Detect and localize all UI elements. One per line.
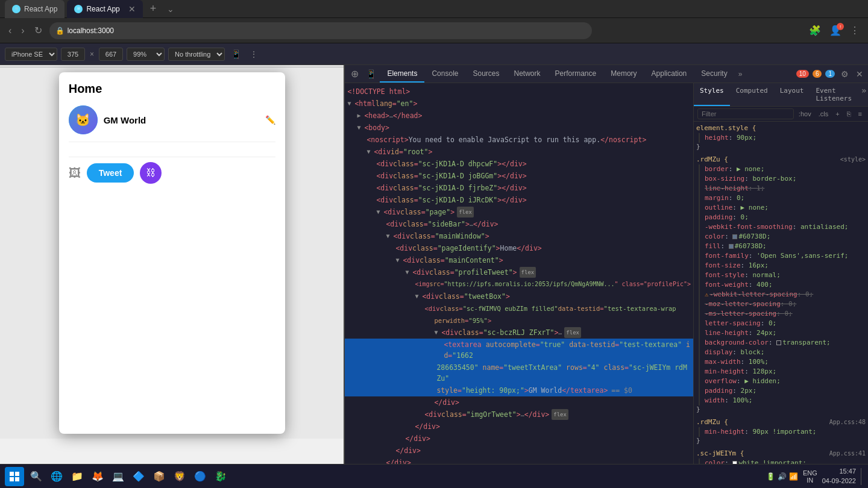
tab-application[interactable]: Application	[644, 66, 694, 83]
devtools-close-btn[interactable]: ✕	[854, 67, 866, 81]
tab-inactive[interactable]: ⚛ React App	[5, 0, 64, 18]
tree-line[interactable]: <noscript>You need to enable JavaScript …	[345, 134, 693, 146]
html-tree[interactable]: <!DOCTYPE html> ▼<html lang="en"> ▶<head…	[345, 83, 693, 475]
browser-toolbar: ‹ › ↻ 🔒 🧩 👤! ⋮	[0, 18, 868, 43]
tree-line[interactable]: <div class="sc-fWIMVQ eubZIm filled" dat…	[345, 302, 693, 314]
tab-close-btn[interactable]: ✕	[128, 4, 136, 14]
add-style-btn[interactable]: +	[833, 109, 841, 119]
style-tab-layout[interactable]: Layout	[774, 83, 810, 106]
devtools-settings-btn[interactable]: ⚙	[838, 67, 851, 81]
edit-icon[interactable]: ✏️	[265, 115, 275, 125]
tree-line[interactable]: ▼<div id="root">	[345, 146, 693, 158]
tree-line-selected[interactable]: <textarea autocomplete="true" data-testi…	[345, 339, 693, 361]
tree-line[interactable]: ▼<html lang="en">	[345, 98, 693, 110]
tab-memory[interactable]: Memory	[603, 66, 644, 83]
responsive-presets-btn[interactable]: 📱	[228, 48, 244, 60]
tree-line[interactable]: <!DOCTYPE html>	[345, 86, 693, 98]
taskbar-app4[interactable]: 🔵	[192, 468, 209, 485]
start-button[interactable]	[5, 467, 24, 486]
tab-console[interactable]: Console	[424, 66, 465, 83]
device-selector[interactable]: iPhone SE iPhone XR Pixel 5	[5, 48, 57, 61]
tree-line[interactable]: ▶<head>…</head>	[345, 110, 693, 122]
taskbar-app5[interactable]: 🐉	[212, 468, 229, 485]
reload-button[interactable]: ↻	[32, 22, 45, 39]
avatar-img: 🐱	[69, 105, 98, 134]
tab-sources[interactable]: Sources	[465, 66, 506, 83]
tab-network[interactable]: Network	[507, 66, 548, 83]
toggle-style-btn[interactable]: ≡	[856, 109, 864, 119]
taskbar-search[interactable]: 🔍	[28, 468, 45, 485]
style-tab-computed[interactable]: Computed	[730, 83, 774, 106]
tray-icon-1[interactable]: 🔋	[766, 472, 775, 481]
menu-btn[interactable]: ⋮	[848, 22, 862, 39]
styles-tabs-bar: Styles Computed Layout Event Listeners »	[694, 83, 868, 107]
show-desktop-btn[interactable]	[861, 468, 863, 485]
styles-tabs-more[interactable]: »	[858, 83, 868, 106]
hov-filter-btn[interactable]: :hov	[796, 109, 814, 119]
style-rule-rdmzu-app: .rdMZu { App.css:48 min-height: 90px !im…	[696, 418, 866, 445]
throttle-selector[interactable]: No throttling Fast 3G Slow 3G	[168, 48, 225, 61]
style-prop[interactable]: height: 90px;	[705, 133, 866, 143]
taskbar-app2[interactable]: 📦	[151, 468, 168, 485]
taskbar-app1[interactable]: 🔷	[130, 468, 147, 485]
tree-line-selected-2[interactable]: 286635450" name="tweetTxtArea" rows="4" …	[345, 361, 693, 384]
taskbar-chrome[interactable]: 🌐	[48, 468, 65, 485]
address-input[interactable]	[49, 22, 592, 39]
zoom-selector[interactable]: 99% 100% 75%	[127, 48, 165, 61]
tray-icon-2[interactable]: 🔊	[778, 472, 787, 481]
tree-line-selected-3[interactable]: style="height: 90px;">GM World</textarea…	[345, 384, 693, 396]
cls-filter-btn[interactable]: .cls	[816, 109, 831, 119]
style-tab-styles[interactable]: Styles	[694, 83, 730, 106]
taskbar-right: 🔋 🔊 📶 ENG IN 15:47 04-09-2022	[766, 467, 863, 486]
tree-line[interactable]: ▼<div class="mainContent">	[345, 254, 693, 266]
inspect-icon-btn[interactable]: ⊕	[347, 66, 362, 82]
taskbar-app3[interactable]: 🦁	[171, 468, 188, 485]
tree-line[interactable]: ▼<div class="tweetBox">	[345, 290, 693, 302]
style-tab-event-listeners[interactable]: Event Listeners	[810, 83, 858, 106]
tree-line[interactable]: ▼<div class="page">flex	[345, 206, 693, 218]
tab-elements[interactable]: Elements	[380, 66, 424, 83]
copy-style-btn[interactable]: ⎘	[844, 109, 854, 119]
tab-overflow-btn[interactable]: ⌄	[163, 3, 178, 15]
tree-line[interactable]: ▼<div class="profileTweet">flex	[345, 266, 693, 278]
back-button[interactable]: ‹	[6, 23, 14, 39]
tree-line[interactable]: </div>	[345, 396, 693, 408]
forward-button[interactable]: ›	[19, 23, 27, 39]
tree-line[interactable]: <div class="sc-jKD1A-D fjrbeZ"></div>	[345, 182, 693, 194]
tab-performance[interactable]: Performance	[548, 66, 604, 83]
tweet-button[interactable]: Tweet	[87, 163, 134, 183]
tree-line[interactable]: <img src="https://ipfs.moralis.io:2053/i…	[345, 278, 693, 290]
img-icon-btn[interactable]: 🖼	[69, 166, 81, 180]
tree-line[interactable]: <div class="sideBar">…</div>	[345, 218, 693, 230]
width-input[interactable]	[61, 48, 85, 61]
tree-line[interactable]: ▼<body>	[345, 122, 693, 134]
tree-line[interactable]: <div class="sc-jKD1A-D iJRcDK"></div>	[345, 194, 693, 206]
tree-line[interactable]: <div class="pageIdentify">Home</div>	[345, 242, 693, 254]
profile-btn[interactable]: 👤!	[827, 22, 844, 39]
tree-line[interactable]: <div class="sc-jKD1A-D joBGGm"></div>	[345, 170, 693, 182]
tree-line[interactable]: </div>	[345, 445, 693, 457]
tree-line[interactable]: ▼<div class="mainWindow">	[345, 230, 693, 242]
tree-line[interactable]: </div>	[345, 433, 693, 445]
tree-line[interactable]: <div class="sc-jKD1A-D dhpcwF"></div>	[345, 158, 693, 170]
tab-favicon-2: ⚛	[74, 5, 83, 13]
tray-icon-3[interactable]: 📶	[789, 472, 798, 481]
tree-line[interactable]: per width="95%">	[345, 314, 693, 327]
responsive-icon-btn[interactable]: 📱	[362, 67, 380, 81]
more-options-btn[interactable]: ⋮	[247, 48, 260, 60]
tree-line[interactable]: ▼<div class="sc-bczRLJ ZFxrT">…flex	[345, 327, 693, 339]
style-filter-input[interactable]	[697, 108, 794, 119]
tree-line[interactable]: <div class="imgOrTweet">…</div>flex	[345, 408, 693, 421]
new-tab-button[interactable]: +	[145, 1, 162, 16]
taskbar-explorer[interactable]: 📁	[69, 468, 86, 485]
chain-button[interactable]: ⛓	[140, 162, 162, 184]
tab-active[interactable]: ⚛ React App ✕	[67, 0, 142, 18]
username: GM World	[104, 115, 146, 125]
taskbar-vscode[interactable]: 💻	[110, 468, 127, 485]
tabs-more[interactable]: »	[735, 67, 746, 81]
extensions-btn[interactable]: 🧩	[807, 22, 823, 39]
height-input[interactable]	[99, 48, 123, 61]
tab-security[interactable]: Security	[694, 66, 734, 83]
tree-line[interactable]: </div>	[345, 421, 693, 433]
taskbar-firefox[interactable]: 🦊	[89, 468, 106, 485]
